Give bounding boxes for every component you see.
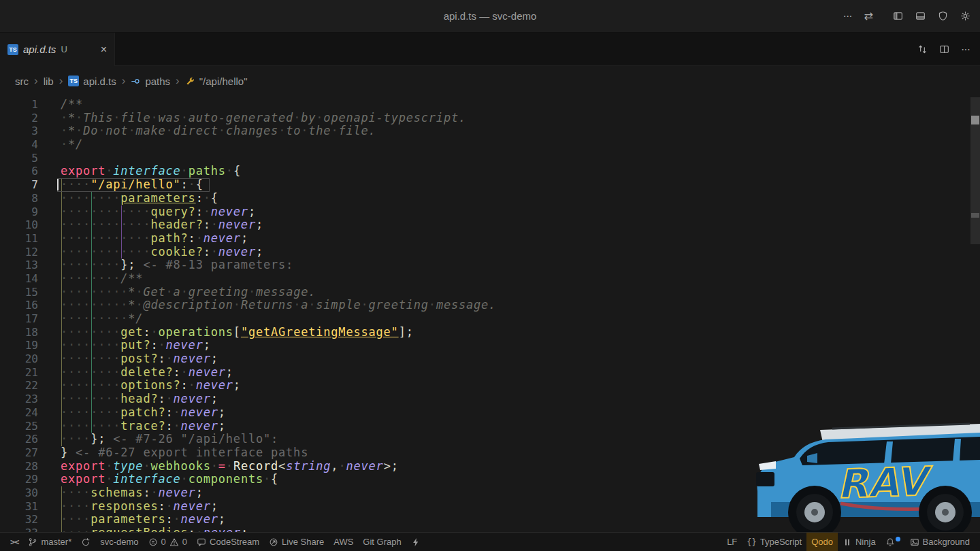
status-live-share[interactable]: Live Share	[264, 533, 329, 551]
line-number[interactable]: 18	[0, 326, 38, 339]
code-line-content[interactable]: ·········*·@description·Returns·a·simple…	[61, 299, 496, 312]
code-line[interactable]: 29export·interface·components·{	[0, 473, 970, 486]
line-number[interactable]: 3	[0, 124, 38, 138]
code-line[interactable]: 28export·type·webhooks·=·Record<string,·…	[0, 460, 970, 473]
code-line-content[interactable]: ········options?:·never;	[61, 379, 241, 393]
status-problems[interactable]: 00	[144, 533, 192, 551]
code-line[interactable]: 12············cookie?:·never;	[0, 246, 970, 259]
code-line-content[interactable]: ········patch?:·never;	[61, 406, 226, 420]
code-line-content[interactable]: ····schemas:·never;	[61, 486, 203, 500]
shield-icon[interactable]	[938, 11, 948, 21]
code-line-content[interactable]: ········delete?:·never;	[61, 366, 233, 380]
code-line-content[interactable]: ····requestBodies:·never;	[61, 527, 248, 532]
code-line[interactable]: 22········options?:·never;	[0, 379, 970, 393]
code-line-content[interactable]: ····}; <- #7-26 "/api/hello":	[61, 433, 278, 446]
line-number[interactable]: 9	[0, 205, 38, 219]
code-line-content[interactable]: /**	[61, 98, 83, 112]
breadcrumb-item-lib[interactable]: lib	[44, 76, 54, 87]
settings-gear-icon[interactable]	[960, 11, 970, 21]
toggle-sidebar-icon[interactable]	[893, 11, 903, 21]
code-line-content[interactable]: ········/**	[61, 272, 143, 286]
code-line[interactable]: 13········}; <- #8-13 parameters:	[0, 258, 970, 272]
close-icon[interactable]: ×	[101, 44, 107, 56]
code-line-content[interactable]: ·*·Do·not·make·direct·changes·to·the·fil…	[61, 124, 376, 138]
code-lines[interactable]: 1/**2·*·This·file·was·auto-generated·by·…	[0, 96, 970, 532]
line-number[interactable]: 33	[0, 527, 38, 532]
status-thunder-client[interactable]	[406, 533, 425, 551]
code-line-content[interactable]: ············query?:·never;	[61, 205, 256, 219]
line-number[interactable]: 10	[0, 218, 38, 232]
status-background[interactable]: Background	[905, 533, 975, 551]
code-line[interactable]: 33····requestBodies:·never;	[0, 527, 970, 532]
code-line-content[interactable]: ····responses:·never;	[61, 500, 218, 514]
code-line-content[interactable]: export·interface·paths·{	[61, 165, 241, 178]
code-line[interactable]: 24········patch?:·never;	[0, 406, 970, 420]
tab-api-d-ts[interactable]: TS api.d.ts U ×	[0, 33, 115, 66]
split-editor-icon[interactable]	[939, 44, 949, 54]
code-line[interactable]: 31····responses:·never;	[0, 500, 970, 514]
code-line-content[interactable]: ········parameters:·{	[61, 192, 218, 205]
code-line[interactable]: 23········head?:·never;	[0, 393, 970, 406]
line-number[interactable]: 20	[0, 352, 38, 366]
code-line[interactable]: 1/**	[0, 98, 970, 112]
status-git-graph[interactable]: Git Graph	[358, 533, 406, 551]
line-number[interactable]: 6	[0, 165, 38, 178]
code-line[interactable]: 18········get:·operations["getAGreetingM…	[0, 326, 970, 339]
code-line[interactable]: 17·········*/	[0, 312, 970, 326]
line-number[interactable]: 31	[0, 500, 38, 514]
code-line[interactable]: 10············header?:·never;	[0, 218, 970, 232]
status-language[interactable]: {}TypeScript	[742, 533, 806, 551]
code-line-content[interactable]: ········head?:·never;	[61, 393, 218, 406]
status-eol[interactable]: LF	[722, 533, 742, 551]
line-number[interactable]: 27	[0, 446, 38, 460]
status-notifications[interactable]	[881, 533, 905, 551]
status-aws[interactable]: AWS	[329, 533, 358, 551]
line-number[interactable]: 11	[0, 232, 38, 246]
code-line-content[interactable]: ············path?:·never;	[61, 232, 248, 246]
status-qodo[interactable]: Qodo	[806, 533, 838, 551]
code-line[interactable]: 9············query?:·never;	[0, 205, 970, 219]
layout-swap-icon[interactable]: ⇄	[864, 10, 872, 22]
line-number[interactable]: 17	[0, 312, 38, 326]
line-number[interactable]: 25	[0, 420, 38, 433]
line-number[interactable]: 32	[0, 513, 38, 527]
code-line[interactable]: 2·*·This·file·was·auto-generated·by·open…	[0, 112, 970, 125]
code-line-content[interactable]: ·*·This·file·was·auto-generated·by·opena…	[61, 112, 466, 125]
code-line[interactable]: 7····"/api/hello":·{	[0, 178, 970, 192]
line-number[interactable]: 28	[0, 460, 38, 473]
code-line[interactable]: 21········delete?:·never;	[0, 366, 970, 380]
line-number[interactable]: 24	[0, 406, 38, 420]
code-line[interactable]: 4·*/	[0, 138, 970, 152]
code-line[interactable]: 25········trace?:·never;	[0, 420, 970, 433]
code-line-content[interactable]: ········trace?:·never;	[61, 420, 226, 433]
line-number[interactable]: 22	[0, 379, 38, 393]
code-line[interactable]: 3·*·Do·not·make·direct·changes·to·the·fi…	[0, 124, 970, 138]
line-number[interactable]: 8	[0, 192, 38, 205]
more-actions-icon[interactable]: ···	[843, 10, 852, 22]
code-line[interactable]: 20········post?:·never;	[0, 352, 970, 366]
line-number[interactable]: 26	[0, 433, 38, 446]
more-actions-icon[interactable]: ···	[961, 44, 970, 56]
code-line[interactable]: 11············path?:·never;	[0, 232, 970, 246]
code-line-content[interactable]: export·interface·components·{	[61, 473, 278, 486]
line-number[interactable]: 16	[0, 299, 38, 312]
code-line-content[interactable]: } <- #6-27 export interface paths	[61, 446, 308, 460]
status-codestream[interactable]: CodeStream	[192, 533, 264, 551]
code-line[interactable]: 19········put?:·never;	[0, 339, 970, 352]
code-line-content[interactable]: export·type·webhooks·=·Record<string,·ne…	[61, 460, 399, 473]
line-number[interactable]: 4	[0, 138, 38, 152]
line-number[interactable]: 13	[0, 258, 38, 272]
code-line[interactable]: 15·········*·Get·a·greeting·message.	[0, 286, 970, 299]
code-line[interactable]: 5	[0, 152, 970, 165]
breadcrumb-item-paths[interactable]: paths	[131, 76, 170, 87]
code-line[interactable]: 6export·interface·paths·{	[0, 165, 970, 178]
line-number[interactable]: 19	[0, 339, 38, 352]
line-number[interactable]: 15	[0, 286, 38, 299]
line-number[interactable]: 12	[0, 246, 38, 259]
code-line[interactable]: 16·········*·@description·Returns·a·simp…	[0, 299, 970, 312]
open-changes-icon[interactable]	[917, 44, 928, 54]
line-number[interactable]: 2	[0, 112, 38, 125]
code-line-content[interactable]: ·········*·Get·a·greeting·message.	[61, 286, 316, 299]
status-project[interactable]: svc-demo	[95, 533, 143, 551]
code-line-content[interactable]: ·········*/	[61, 312, 143, 326]
